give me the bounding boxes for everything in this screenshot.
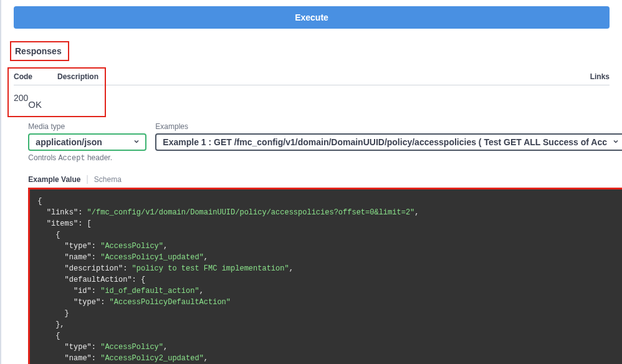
responses-heading-text: Responses — [15, 46, 62, 56]
responses-heading: Responses — [10, 41, 69, 61]
execute-button[interactable]: Execute — [14, 6, 610, 29]
media-type-block: Media type application/json Controls Acc… — [28, 122, 146, 163]
chevron-down-icon — [133, 137, 140, 147]
api-responses-panel: Execute Responses Code Description Links… — [0, 0, 622, 364]
tab-schema[interactable]: Schema — [94, 175, 122, 184]
response-tabs: Example Value | Schema — [28, 174, 622, 184]
tab-separator: | — [86, 174, 89, 184]
media-type-value: application/json — [36, 137, 128, 147]
tab-example-value[interactable]: Example Value — [28, 175, 80, 184]
hint-code: Accept — [58, 154, 85, 163]
response-code: 200 — [14, 92, 28, 103]
examples-value: Example 1 : GET /fmc_config/v1/domain/Do… — [163, 137, 607, 147]
media-type-hint: Controls Accept header. — [28, 153, 146, 163]
examples-block: Examples Example 1 : GET /fmc_config/v1/… — [155, 122, 622, 163]
media-type-select[interactable]: application/json — [28, 133, 146, 151]
column-header-code: Code — [14, 72, 57, 81]
examples-label: Examples — [155, 122, 622, 131]
hint-suffix: header. — [85, 153, 112, 162]
response-description-cell: OK Media type application/json Controls … — [28, 92, 622, 364]
response-row: 200 OK Media type application/json Contr… — [14, 92, 610, 364]
example-response-body[interactable]: { "links": "/fmc_config/v1/domain/Domain… — [30, 189, 622, 364]
chevron-down-icon — [612, 137, 620, 147]
column-header-links: Links — [572, 72, 610, 81]
response-table-header: Code Description Links — [14, 72, 610, 85]
hint-prefix: Controls — [28, 153, 58, 162]
media-examples-row: Media type application/json Controls Acc… — [28, 122, 622, 163]
media-type-label: Media type — [28, 122, 146, 131]
column-header-description: Description — [57, 72, 572, 81]
examples-select[interactable]: Example 1 : GET /fmc_config/v1/domain/Do… — [155, 133, 622, 151]
response-status-text: OK — [28, 99, 622, 110]
example-code-highlight: { "links": "/fmc_config/v1/domain/Domain… — [28, 188, 622, 364]
